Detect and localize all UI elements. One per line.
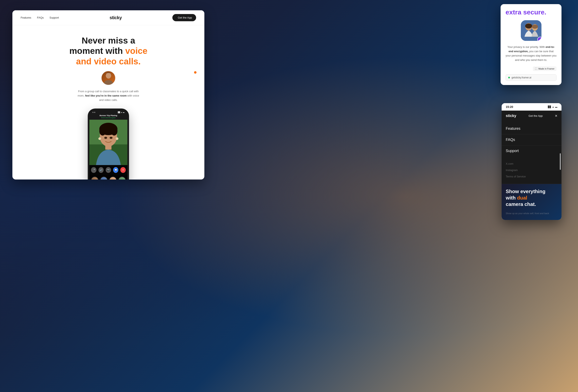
privacy-description: Your privacy is our priority. With end-t… bbox=[506, 45, 557, 62]
hero-avatar-container bbox=[21, 71, 196, 85]
orange-dot bbox=[194, 71, 197, 74]
svg-point-10 bbox=[104, 137, 107, 139]
signal-icon: ▊▊ bbox=[548, 106, 551, 108]
svg-point-11 bbox=[110, 137, 112, 139]
mobile-hero-section: Show everything with dual camera chat. S… bbox=[502, 184, 562, 220]
subtitle-bold: feel like you're in the same room bbox=[85, 94, 127, 97]
mobile-nav-get-app[interactable]: Get the App bbox=[529, 114, 543, 117]
mobile-link-x[interactable]: X.com bbox=[506, 161, 557, 167]
get-app-label: Get the App bbox=[178, 16, 192, 19]
phone-mockup: 9:41 ▊▊ ▲ ▬ Borneo Trip Planing End-to-E… bbox=[88, 109, 129, 179]
mobile-status-icons: ▊▊ ▲ ▬ bbox=[548, 106, 557, 108]
participant-3 bbox=[109, 176, 117, 179]
svg-rect-7 bbox=[105, 144, 111, 150]
mobile-status-bar: 15:20 ▊▊ ▲ ▬ bbox=[502, 103, 562, 111]
framer-badge: ⛶ Made in Framer bbox=[506, 66, 557, 71]
mobile-hero-title: Show everything with dual camera chat. bbox=[506, 188, 557, 208]
participant-4 bbox=[118, 176, 126, 179]
right-bottom-panel: 15:20 ▊▊ ▲ ▬ sticky Get the App × Featur… bbox=[502, 103, 562, 220]
participant-2 bbox=[100, 176, 107, 179]
framer-icon: ⛶ bbox=[535, 67, 537, 70]
framer-label: Made in Framer bbox=[538, 67, 554, 70]
phone-screen: 9:41 ▊▊ ▲ ▬ Borneo Trip Planing End-to-E… bbox=[89, 110, 127, 179]
svg-point-5 bbox=[99, 127, 106, 135]
mobile-hero-line1: Show everything bbox=[506, 189, 545, 194]
privacy-desc-start: Your privacy is our priority. With bbox=[507, 45, 545, 48]
nav-features[interactable]: Features bbox=[21, 16, 31, 19]
mobile-nav-header: sticky Get the App × bbox=[502, 111, 562, 121]
privacy-title: extra secure. bbox=[506, 8, 557, 16]
svg-text:Show up as your whole self, fr: Show up as your whole self, front and ba… bbox=[506, 212, 549, 215]
secure-dot bbox=[508, 77, 510, 78]
hero-title-line2: moment with bbox=[69, 46, 123, 56]
call-name: Borneo Trip Planing bbox=[92, 115, 124, 117]
mobile-nav-logo: sticky bbox=[506, 114, 516, 118]
battery-icon: ▬ bbox=[555, 106, 557, 108]
privacy-avatar: ✓ bbox=[521, 20, 541, 41]
phone-call-header: Borneo Trip Planing End-to-End Encrypted bbox=[89, 113, 127, 120]
main-browser-window: Features FAQs Support sticky Get the App… bbox=[12, 10, 204, 179]
phone-controls: 🎤 🔊 📷 💬 ✕ bbox=[89, 165, 127, 175]
get-app-button[interactable]: Get the App bbox=[172, 14, 196, 21]
mobile-hero-line3: camera chat. bbox=[506, 201, 536, 207]
privacy-avatar-container: ✓ bbox=[506, 20, 557, 41]
mobile-nav-close[interactable]: × bbox=[555, 113, 557, 118]
svg-point-6 bbox=[111, 127, 117, 135]
mobile-link-terms[interactable]: Terms of Service bbox=[506, 173, 557, 180]
phone-container: 9:41 ▊▊ ▲ ▬ Borneo Trip Planing End-to-E… bbox=[21, 109, 196, 179]
mobile-hero-bg: Show up as your whole self, front and ba… bbox=[506, 210, 557, 216]
hero-section: Never miss a moment with voice and video… bbox=[12, 25, 204, 179]
url-bar: getsticky.framer.ai bbox=[506, 74, 557, 81]
mobile-time: 15:20 bbox=[506, 105, 513, 109]
mute-btn[interactable]: 🎤 bbox=[91, 167, 96, 173]
camera-btn[interactable]: 📷 bbox=[106, 167, 111, 173]
navbar: Features FAQs Support sticky Get the App bbox=[12, 10, 204, 25]
hero-title-videocalls: and video calls. bbox=[76, 56, 141, 66]
mobile-menu-features[interactable]: Features bbox=[502, 123, 562, 134]
phone-video-area bbox=[89, 120, 127, 165]
participant-1 bbox=[91, 176, 98, 179]
logo: sticky bbox=[110, 15, 122, 20]
speaker-btn[interactable]: 🔊 bbox=[98, 167, 104, 173]
url-text: getsticky.framer.ai bbox=[512, 76, 531, 79]
svg-point-9 bbox=[116, 137, 118, 140]
mobile-hero-line2: with bbox=[506, 195, 516, 201]
svg-point-14 bbox=[525, 24, 532, 29]
avatar-silhouette bbox=[101, 71, 115, 85]
svg-point-8 bbox=[98, 137, 101, 140]
phone-participants bbox=[89, 175, 127, 179]
hero-avatar bbox=[101, 71, 116, 85]
wifi-icon: ▲ bbox=[552, 106, 554, 108]
mobile-menu-support[interactable]: Support bbox=[502, 145, 562, 156]
phone-notch bbox=[101, 110, 116, 113]
hero-title-line1: Never miss a bbox=[82, 36, 135, 45]
phone-time: 9:41 bbox=[92, 111, 96, 113]
hero-title: Never miss a moment with voice and video… bbox=[21, 36, 196, 67]
right-top-panel: extra secure. ✓ Your privac bbox=[501, 4, 562, 85]
end-call-btn[interactable]: ✕ bbox=[120, 167, 126, 173]
mobile-menu-faqs[interactable]: FAQs bbox=[502, 134, 562, 145]
framer-badge-inner: ⛶ Made in Framer bbox=[533, 66, 557, 71]
mobile-social-links: X.com Instagram Terms of Service bbox=[502, 158, 562, 184]
svg-point-16 bbox=[532, 25, 538, 29]
mobile-hero-orange: dual bbox=[517, 195, 527, 201]
video-face bbox=[89, 120, 127, 165]
message-btn[interactable]: 💬 bbox=[113, 167, 118, 173]
mobile-menu-items: Features FAQs Support bbox=[502, 121, 562, 158]
nav-links: Features FAQs Support bbox=[21, 16, 59, 19]
call-status: End-to-End Encrypted bbox=[92, 117, 124, 118]
mobile-link-instagram[interactable]: Instagram bbox=[506, 167, 557, 173]
hero-subtitle: From a group call to classmates to a qui… bbox=[75, 89, 142, 102]
nav-faqs[interactable]: FAQs bbox=[37, 16, 44, 19]
nav-support[interactable]: Support bbox=[49, 16, 59, 19]
scrollbar bbox=[560, 153, 561, 170]
hero-title-voice: voice bbox=[125, 46, 147, 56]
phone-icons: ▊▊ ▲ ▬ bbox=[118, 111, 124, 113]
